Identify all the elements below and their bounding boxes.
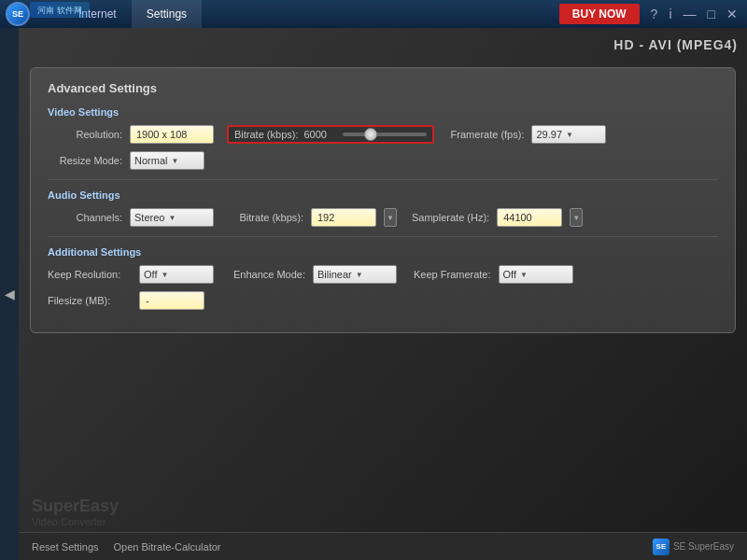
- samplerate-dropdown-arrow[interactable]: ▼: [570, 208, 583, 227]
- header-watermark: 河南 软件网: [30, 2, 90, 18]
- bg-watermark: SuperEasy Video Converter: [32, 497, 119, 527]
- se-logo-area: SE SE SuperEasy: [653, 539, 734, 555]
- bitrate-kbps-label: Bitrate (kbps):: [234, 129, 298, 140]
- maximize-button[interactable]: □: [704, 7, 719, 21]
- tab-bar: Internet Settings: [34, 0, 552, 28]
- se-label: SE SuperEasy: [673, 541, 734, 552]
- channels-dropdown[interactable]: Stereo: [130, 208, 214, 227]
- filesize-input[interactable]: [139, 291, 204, 310]
- keep-resolution-dropdown[interactable]: Off: [139, 265, 214, 284]
- help-button[interactable]: ?: [647, 7, 662, 21]
- audio-bitrate-dropdown-arrow[interactable]: ▼: [384, 208, 397, 227]
- audio-bitrate-input[interactable]: [311, 208, 376, 227]
- video-section-label: Video Settings: [48, 106, 718, 118]
- samplerate-label: Samplerate (Hz):: [412, 212, 489, 223]
- divider-2: [48, 236, 718, 237]
- audio-bitrate-label: Bitrate (kbps):: [229, 212, 303, 223]
- keep-resolution-label: Keep Reolution:: [48, 269, 132, 280]
- bitrate-slider[interactable]: [343, 133, 427, 136]
- tab-settings[interactable]: Settings: [132, 0, 202, 28]
- window-controls: ? i — □ ✕: [647, 7, 741, 21]
- side-nav: ◀: [0, 28, 19, 560]
- footer-bar: Reset Settings Open Bitrate-Calculator S…: [19, 532, 747, 560]
- resolution-input[interactable]: [130, 125, 214, 144]
- info-button[interactable]: i: [665, 7, 675, 21]
- bitrate-calculator-link[interactable]: Open Bitrate-Calculator: [114, 541, 221, 553]
- resolution-label: Reolution:: [48, 129, 122, 140]
- bitrate-value-display: 6000: [303, 129, 337, 140]
- enhance-dropdown[interactable]: Bilinear: [313, 265, 397, 284]
- resize-dropdown[interactable]: Normal: [130, 151, 204, 170]
- titlebar: SE 河南 软件网 Internet Settings BUY NOW ? i …: [0, 0, 747, 28]
- app-logo: SE: [6, 2, 30, 26]
- buy-now-button[interactable]: BUY NOW: [559, 4, 640, 24]
- filesize-label: Filesize (MB):: [48, 295, 132, 306]
- additional-row-2: Filesize (MB):: [48, 291, 718, 310]
- content-panel: HD - AVI (MPEG4) Advanced Settings Video…: [19, 28, 747, 560]
- side-nav-arrow: ◀: [5, 287, 15, 301]
- additional-section-label: Additional Settings: [48, 246, 718, 258]
- card-title: Advanced Settings: [48, 81, 718, 95]
- se-icon: SE: [653, 539, 669, 555]
- audio-row-1: Channels: Stereo Bitrate (kbps): ▼ Sampl…: [48, 208, 718, 227]
- additional-settings-section: Additional Settings Keep Reolution: Off …: [48, 246, 718, 310]
- keep-framerate-label: Keep Framerate:: [414, 269, 491, 280]
- main-area: ◀ HD - AVI (MPEG4) Advanced Settings Vid…: [0, 28, 747, 560]
- enhance-mode-label: Enhance Mode:: [231, 269, 305, 280]
- settings-card: Advanced Settings Video Settings Reoluti…: [30, 67, 736, 333]
- format-label: HD - AVI (MPEG4): [613, 37, 738, 52]
- watermark-text: 河南 软件网: [37, 6, 82, 15]
- close-button[interactable]: ✕: [723, 7, 741, 21]
- audio-section-label: Audio Settings: [48, 189, 718, 201]
- samplerate-input[interactable]: [497, 208, 562, 227]
- additional-row-1: Keep Reolution: Off Enhance Mode: Biline…: [48, 265, 718, 284]
- bitrate-container: Bitrate (kbps): 6000: [227, 125, 434, 144]
- resize-label: Resize Mode:: [48, 155, 122, 166]
- video-settings-section: Video Settings Reolution: Bitrate (kbps)…: [48, 106, 718, 170]
- divider-1: [48, 179, 718, 180]
- keep-framerate-dropdown[interactable]: Off: [499, 265, 573, 284]
- reset-settings-link[interactable]: Reset Settings: [32, 541, 99, 553]
- audio-settings-section: Audio Settings Channels: Stereo Bitrate …: [48, 189, 718, 227]
- video-row-2: Resize Mode: Normal: [48, 151, 718, 170]
- video-row-1: Reolution: Bitrate (kbps): 6000 Framerat…: [48, 125, 718, 144]
- framerate-label: Framerate (fps):: [449, 129, 524, 140]
- minimize-button[interactable]: —: [680, 7, 700, 21]
- framerate-dropdown[interactable]: 29.97: [531, 125, 606, 144]
- channels-label: Channels:: [48, 212, 122, 223]
